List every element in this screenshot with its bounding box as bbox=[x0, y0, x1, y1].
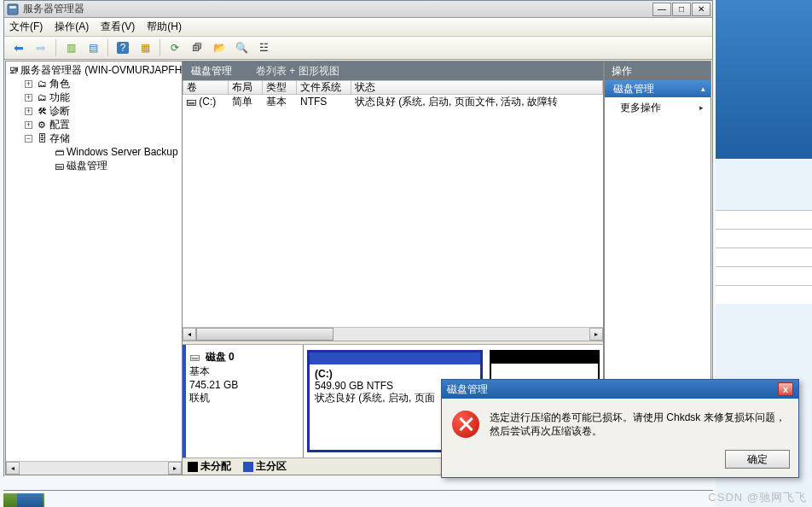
svg-rect-0 bbox=[8, 4, 18, 15]
help-button[interactable]: ? bbox=[113, 38, 132, 57]
watermark: CSDN @驰网飞飞 bbox=[708, 490, 807, 505]
tree-wsb[interactable]: 🗃Windows Server Backup bbox=[8, 145, 180, 159]
titlebar[interactable]: 服务器管理器 — □ ✕ bbox=[4, 1, 712, 18]
svg-rect-1 bbox=[9, 6, 16, 9]
back-button[interactable]: ⬅ bbox=[9, 38, 28, 57]
show-hide-button[interactable]: ▤ bbox=[84, 38, 102, 57]
col-type[interactable]: 类型 bbox=[263, 80, 297, 95]
minimize-button[interactable]: — bbox=[652, 3, 671, 16]
tree-diagnostics[interactable]: +🛠诊断 bbox=[8, 104, 180, 118]
dialog-titlebar[interactable]: 磁盘管理 x bbox=[442, 380, 798, 399]
dialog-message: 选定进行压缩的卷可能已损坏。请使用 Chkdsk 来修复损坏问题，然后尝试再次压… bbox=[490, 411, 788, 438]
menu-view[interactable]: 查看(V) bbox=[101, 20, 135, 34]
tree-root[interactable]: 🖳 服务器管理器 (WIN-OVMURJAPFH bbox=[8, 63, 180, 77]
diag-icon: 🛠 bbox=[36, 105, 48, 117]
tree-diskmgmt[interactable]: 🖴磁盘管理 bbox=[8, 159, 180, 172]
pane-title: 磁盘管理 bbox=[191, 64, 232, 79]
search-icon[interactable]: 🔍 bbox=[232, 38, 251, 57]
col-fs[interactable]: 文件系统 bbox=[297, 80, 351, 95]
tree-pane[interactable]: 🖳 服务器管理器 (WIN-OVMURJAPFH +🗂角色 +🗂功能 +🛠诊断 … bbox=[5, 61, 183, 475]
tree-roles[interactable]: +🗂角色 bbox=[8, 77, 180, 90]
features-icon: 🗂 bbox=[36, 91, 48, 103]
props-button[interactable]: ☳ bbox=[254, 38, 273, 57]
settings-icon[interactable]: 📂 bbox=[210, 38, 229, 57]
legend-unallocated: 未分配 bbox=[188, 459, 231, 474]
up-button[interactable]: ▥ bbox=[61, 38, 80, 57]
forward-button[interactable]: ➡ bbox=[32, 38, 50, 57]
dialog-title: 磁盘管理 bbox=[447, 382, 778, 397]
actions-more[interactable]: 更多操作 bbox=[605, 97, 710, 118]
dialog-close-button[interactable]: x bbox=[778, 382, 793, 396]
storage-icon: 🗄 bbox=[36, 132, 48, 144]
error-dialog: 磁盘管理 x 选定进行压缩的卷可能已损坏。请使用 Chkdsk 来修复损坏问题，… bbox=[441, 379, 799, 478]
menu-file[interactable]: 文件(F) bbox=[9, 20, 43, 34]
volume-columns[interactable]: 卷 布局 类型 文件系统 状态 bbox=[183, 80, 603, 95]
tree-config[interactable]: +⚙配置 bbox=[8, 118, 180, 131]
disk-icon: 🖴 bbox=[53, 160, 65, 172]
tree-storage[interactable]: −🗄存储 bbox=[8, 131, 180, 145]
actions-header: 操作 bbox=[605, 61, 710, 80]
legend-primary: 主分区 bbox=[243, 459, 287, 474]
disk-info[interactable]: 🖴 磁盘 0 基本 745.21 GB 联机 bbox=[183, 345, 304, 457]
window-title: 服务器管理器 bbox=[23, 2, 652, 16]
refresh-button[interactable]: ⟳ bbox=[165, 38, 184, 57]
panel-button[interactable]: ▦ bbox=[136, 38, 154, 57]
ok-button[interactable]: 确定 bbox=[725, 450, 790, 469]
toolbar: ⬅ ➡ ▥ ▤ ? ▦ ⟳ 🗊 📂 🔍 ☳ bbox=[4, 37, 712, 60]
tree-hscrollbar[interactable]: ◂▸ bbox=[6, 461, 182, 475]
pane-header: 磁盘管理 卷列表 + 图形视图 bbox=[183, 61, 603, 80]
col-layout[interactable]: 布局 bbox=[229, 80, 263, 95]
volume-row[interactable]: 🖴 (C:) 简单 基本 NTFS 状态良好 (系统, 启动, 页面文件, 活动… bbox=[183, 95, 603, 108]
menu-help[interactable]: 帮助(H) bbox=[147, 20, 182, 34]
disk-small-icon: 🖴 bbox=[189, 351, 200, 363]
list-button[interactable]: 🗊 bbox=[188, 38, 206, 57]
volume-hscrollbar[interactable]: ◂▸ bbox=[183, 327, 603, 341]
pane-subtitle: 卷列表 + 图形视图 bbox=[256, 64, 339, 79]
volume-icon: 🖴 bbox=[186, 96, 196, 108]
menu-action[interactable]: 操作(A) bbox=[55, 20, 89, 34]
col-status[interactable]: 状态 bbox=[351, 80, 603, 95]
maximize-button[interactable]: □ bbox=[672, 3, 691, 16]
gear-icon: ⚙ bbox=[36, 119, 48, 131]
app-icon bbox=[6, 3, 20, 16]
backup-icon: 🗃 bbox=[53, 146, 65, 158]
taskbar-item[interactable] bbox=[17, 493, 43, 507]
menubar: 文件(F) 操作(A) 查看(V) 帮助(H) bbox=[4, 18, 712, 37]
server-icon: 🖳 bbox=[9, 64, 19, 76]
volume-list[interactable]: 🖴 (C:) 简单 基本 NTFS 状态良好 (系统, 启动, 页面文件, 活动… bbox=[183, 95, 603, 327]
tree-features[interactable]: +🗂功能 bbox=[8, 90, 180, 104]
close-button[interactable]: ✕ bbox=[692, 3, 710, 16]
error-icon bbox=[452, 411, 479, 438]
actions-section[interactable]: 磁盘管理 bbox=[605, 80, 710, 97]
col-volume[interactable]: 卷 bbox=[183, 80, 229, 95]
roles-icon: 🗂 bbox=[36, 78, 48, 90]
